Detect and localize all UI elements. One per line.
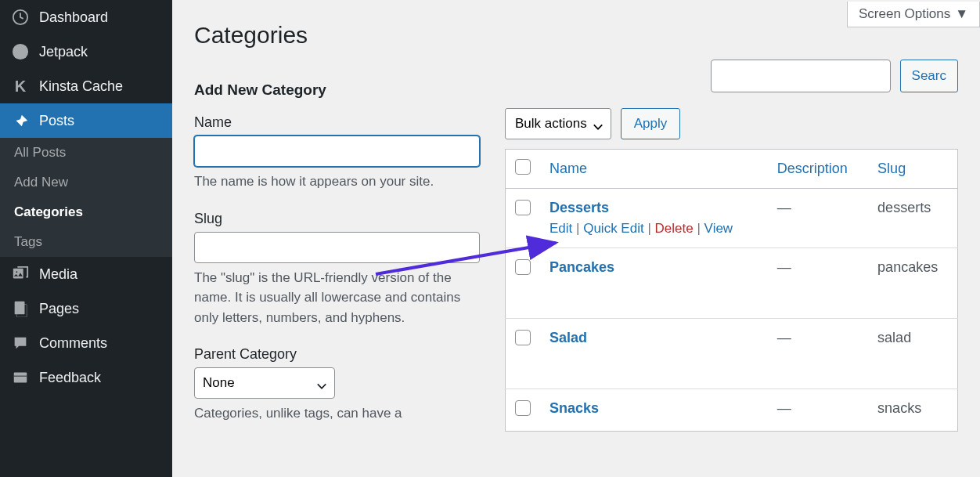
name-label: Name (194, 114, 480, 131)
description-cell: — (777, 259, 791, 275)
media-icon (11, 265, 30, 284)
sidebar-item-posts[interactable]: Posts (0, 103, 172, 138)
sidebar-item-label: Dashboard (39, 9, 108, 26)
pin-icon (11, 111, 30, 130)
description-cell: — (777, 400, 791, 416)
chevron-down-icon: ▼ (955, 6, 968, 22)
svg-rect-2 (13, 269, 23, 279)
sidebar-item-kinsta[interactable]: K Kinsta Cache (0, 69, 172, 103)
table-row: Pancakes — pancakes (506, 248, 958, 319)
svg-rect-4 (15, 302, 25, 315)
posts-submenu: All Posts Add New Categories Tags (0, 138, 172, 257)
bulk-actions-select[interactable]: Bulk actions (505, 108, 611, 139)
sidebar-item-pages[interactable]: Pages (0, 291, 172, 326)
slug-help: The "slug" is the URL-friendly version o… (194, 268, 480, 328)
header-description[interactable]: Description (768, 150, 868, 189)
slug-cell: salad (877, 330, 911, 345)
kinsta-icon: K (11, 77, 30, 96)
sidebar-item-dashboard[interactable]: Dashboard (0, 0, 172, 34)
page-title: Categories (194, 22, 958, 49)
row-checkbox[interactable] (515, 259, 531, 275)
parent-select[interactable]: None (194, 367, 335, 399)
sidebar-item-label: Feedback (39, 370, 101, 386)
sidebar-item-jetpack[interactable]: Jetpack (0, 34, 172, 69)
search-input[interactable] (711, 60, 891, 92)
parent-help: Categories, unlike tags, can have a (194, 403, 480, 424)
categories-list-panel: Searc Bulk actions Apply Name Descri (505, 64, 958, 432)
sidebar-item-label: Kinsta Cache (39, 78, 123, 95)
submenu-all-posts[interactable]: All Posts (0, 138, 172, 168)
header-slug[interactable]: Slug (868, 150, 957, 189)
edit-link[interactable]: Edit (549, 221, 572, 236)
description-cell: — (777, 200, 791, 215)
table-row: Snacks — snacks (506, 389, 958, 432)
add-category-form: Add New Category Name The name is how it… (194, 64, 480, 432)
feedback-icon (11, 368, 30, 387)
row-checkbox[interactable] (515, 330, 531, 345)
main-content: Screen Options ▼ Categories Add New Cate… (172, 0, 980, 477)
parent-select-value: None (203, 375, 235, 391)
search-button[interactable]: Searc (900, 60, 958, 92)
sidebar-item-label: Jetpack (39, 44, 88, 60)
jetpack-icon (11, 42, 30, 61)
screen-options-label: Screen Options (859, 6, 950, 22)
comment-icon (11, 334, 30, 352)
delete-link[interactable]: Delete (655, 221, 694, 236)
row-actions: Edit | Quick Edit | Delete | View (549, 221, 758, 237)
categories-table: Name Description Slug Desserts Edit | Qu… (505, 149, 958, 432)
row-checkbox[interactable] (515, 400, 531, 416)
slug-label: Slug (194, 211, 480, 227)
name-help: The name is how it appears on your site. (194, 172, 480, 192)
row-checkbox[interactable] (515, 200, 531, 215)
description-cell: — (777, 330, 791, 345)
table-row: Salad — salad (506, 319, 958, 389)
select-all-checkbox[interactable] (515, 159, 531, 175)
admin-sidebar: Dashboard Jetpack K Kinsta Cache Posts A… (0, 0, 172, 477)
svg-rect-6 (14, 373, 27, 383)
svg-point-1 (13, 44, 28, 60)
sidebar-item-label: Media (39, 266, 77, 283)
form-title: Add New Category (194, 81, 480, 99)
sidebar-item-label: Comments (39, 335, 107, 352)
svg-point-3 (16, 271, 18, 273)
slug-cell: snacks (877, 400, 921, 416)
submenu-tags[interactable]: Tags (0, 227, 172, 257)
pages-icon (11, 299, 30, 318)
quick-edit-link[interactable]: Quick Edit (583, 221, 643, 236)
sidebar-item-comments[interactable]: Comments (0, 326, 172, 360)
submenu-categories[interactable]: Categories (0, 197, 172, 227)
apply-button-label: Apply (634, 116, 668, 132)
sidebar-item-label: Posts (39, 113, 74, 129)
category-name-link[interactable]: Snacks (549, 400, 599, 416)
name-input[interactable] (194, 136, 480, 167)
view-link[interactable]: View (704, 221, 733, 236)
sidebar-item-feedback[interactable]: Feedback (0, 360, 172, 395)
slug-cell: pancakes (877, 259, 938, 275)
table-row: Desserts Edit | Quick Edit | Delete | Vi… (506, 189, 958, 248)
slug-cell: desserts (877, 200, 931, 215)
slug-input[interactable] (194, 232, 480, 263)
header-checkbox-cell (506, 150, 541, 189)
sidebar-item-label: Pages (39, 301, 79, 317)
parent-label: Parent Category (194, 346, 480, 363)
header-name[interactable]: Name (540, 150, 768, 189)
bulk-select-value: Bulk actions (515, 116, 587, 132)
category-name-link[interactable]: Salad (549, 330, 587, 345)
dashboard-icon (11, 8, 30, 27)
search-button-label: Searc (912, 68, 946, 84)
category-name-link[interactable]: Pancakes (549, 259, 614, 275)
screen-options-tab[interactable]: Screen Options ▼ (847, 2, 980, 27)
sidebar-item-media[interactable]: Media (0, 257, 172, 291)
category-name-link[interactable]: Desserts (549, 200, 609, 215)
apply-button[interactable]: Apply (621, 108, 681, 139)
submenu-add-new[interactable]: Add New (0, 168, 172, 197)
